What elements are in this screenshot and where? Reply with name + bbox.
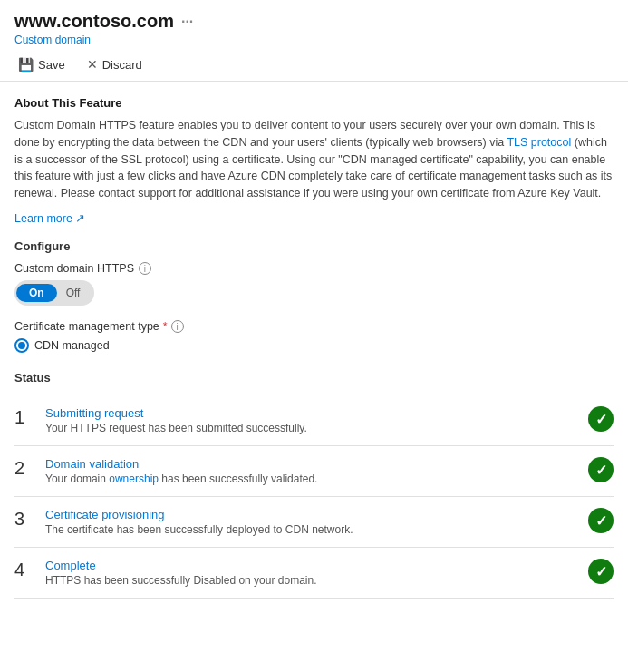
cdn-managed-radio[interactable] [14,338,29,353]
configure-title: Configure [14,239,614,253]
main-content: About This Feature Custom Domain HTTPS f… [0,82,628,613]
discard-icon: ✕ [87,57,98,72]
status-check-4: ✓ [588,559,614,584]
status-item-4: 4 Complete HTTPS has been successfully D… [14,548,614,599]
tls-protocol-link[interactable]: TLS protocol [507,136,571,149]
discard-button[interactable]: ✕ Discard [83,55,146,73]
status-item-title-3: Certificate provisioning [45,508,581,521]
checkmark-icon-1: ✓ [595,411,607,428]
cdn-managed-option[interactable]: CDN managed [14,338,614,353]
status-number-2: 2 [14,457,40,479]
checkmark-icon-4: ✓ [595,563,607,580]
https-toggle[interactable]: On Off [14,280,94,306]
status-section: Status 1 Submitting request Your HTTPS r… [14,371,614,599]
radio-inner-dot [18,342,25,349]
https-field-label: Custom domain HTTPS i [14,262,614,275]
status-item-2: 2 Domain validation Your domain ownershi… [14,446,614,497]
https-info-icon[interactable]: i [139,262,151,275]
discard-label: Discard [102,58,142,72]
about-description: Custom Domain HTTPS feature enables you … [14,117,614,202]
toggle-on-option[interactable]: On [16,284,57,302]
status-title: Status [14,371,614,385]
ellipsis-menu[interactable]: ··· [181,14,193,30]
save-button[interactable]: 💾 Save [14,55,69,73]
status-number-3: 3 [14,508,40,530]
ownership-link[interactable]: ownership [109,472,159,485]
checkmark-icon-3: ✓ [595,512,607,530]
domain-name: www.contoso.com [14,11,174,32]
status-content-3: Certificate provisioning The certificate… [45,508,581,536]
status-item-title-2: Domain validation [45,457,581,471]
external-link-icon: ↗ [75,211,85,225]
checkmark-icon-2: ✓ [595,462,607,479]
status-item-desc-3: The certificate has been successfully de… [45,523,581,536]
status-item-title-1: Submitting request [45,406,581,420]
status-check-1: ✓ [588,406,614,432]
cdn-managed-label: CDN managed [34,339,110,352]
status-item-3: 3 Certificate provisioning The certifica… [14,497,614,548]
status-item-1: 1 Submitting request Your HTTPS request … [14,395,614,446]
save-icon: 💾 [18,57,34,72]
status-content-4: Complete HTTPS has been successfully Dis… [45,559,581,587]
status-check-2: ✓ [588,457,614,482]
status-check-3: ✓ [588,508,614,533]
page-title: www.contoso.com ··· [14,11,614,32]
https-label-text: Custom domain HTTPS [14,262,134,275]
status-content-2: Domain validation Your domain ownership … [45,457,581,485]
toggle-off-option[interactable]: Off [57,284,90,302]
cert-info-icon[interactable]: i [171,320,184,333]
status-item-desc-4: HTTPS has been successfully Disabled on … [45,574,581,587]
status-number-1: 1 [14,406,40,428]
page-header: www.contoso.com ··· Custom domain [0,0,628,48]
learn-more-text: Learn more [14,212,72,225]
cert-label-text: Certificate management type [14,320,159,333]
learn-more-link[interactable]: Learn more ↗ [14,211,85,225]
status-item-title-4: Complete [45,559,581,572]
page-subtitle: Custom domain [14,34,614,46]
save-label: Save [38,58,65,72]
status-number-4: 4 [14,559,40,580]
required-star: * [163,320,168,333]
status-item-desc-2: Your domain ownership has been successfu… [45,472,581,485]
toolbar: 💾 Save ✕ Discard [0,48,628,82]
status-item-desc-1: Your HTTPS request has been submitted su… [45,422,581,434]
about-title: About This Feature [14,96,614,110]
cert-management-label: Certificate management type * i [14,320,614,333]
status-content-1: Submitting request Your HTTPS request ha… [45,406,581,434]
